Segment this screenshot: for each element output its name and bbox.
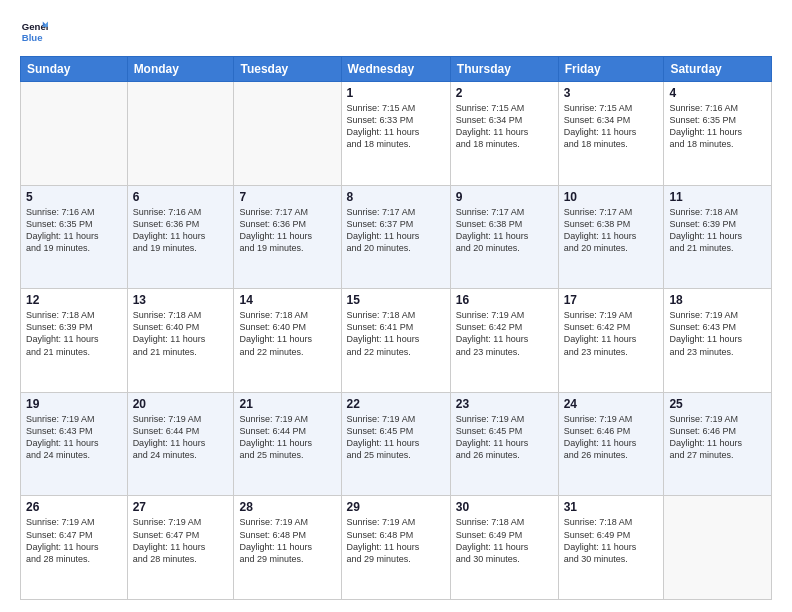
day-info: Sunrise: 7:18 AM Sunset: 6:49 PM Dayligh… (456, 516, 553, 565)
day-number: 30 (456, 500, 553, 514)
weekday-saturday: Saturday (664, 57, 772, 82)
calendar-week-3: 19Sunrise: 7:19 AM Sunset: 6:43 PM Dayli… (21, 392, 772, 496)
calendar-cell: 7Sunrise: 7:17 AM Sunset: 6:36 PM Daylig… (234, 185, 341, 289)
calendar-week-4: 26Sunrise: 7:19 AM Sunset: 6:47 PM Dayli… (21, 496, 772, 600)
logo: General Blue (20, 18, 48, 46)
day-number: 6 (133, 190, 229, 204)
day-info: Sunrise: 7:19 AM Sunset: 6:46 PM Dayligh… (669, 413, 766, 462)
calendar-cell: 11Sunrise: 7:18 AM Sunset: 6:39 PM Dayli… (664, 185, 772, 289)
calendar-cell: 14Sunrise: 7:18 AM Sunset: 6:40 PM Dayli… (234, 289, 341, 393)
calendar-table: SundayMondayTuesdayWednesdayThursdayFrid… (20, 56, 772, 600)
day-info: Sunrise: 7:19 AM Sunset: 6:47 PM Dayligh… (133, 516, 229, 565)
weekday-sunday: Sunday (21, 57, 128, 82)
weekday-friday: Friday (558, 57, 664, 82)
calendar-cell: 19Sunrise: 7:19 AM Sunset: 6:43 PM Dayli… (21, 392, 128, 496)
calendar-cell: 10Sunrise: 7:17 AM Sunset: 6:38 PM Dayli… (558, 185, 664, 289)
day-number: 7 (239, 190, 335, 204)
calendar-week-0: 1Sunrise: 7:15 AM Sunset: 6:33 PM Daylig… (21, 82, 772, 186)
calendar-cell: 25Sunrise: 7:19 AM Sunset: 6:46 PM Dayli… (664, 392, 772, 496)
day-info: Sunrise: 7:19 AM Sunset: 6:43 PM Dayligh… (669, 309, 766, 358)
day-info: Sunrise: 7:19 AM Sunset: 6:42 PM Dayligh… (456, 309, 553, 358)
day-number: 28 (239, 500, 335, 514)
day-number: 20 (133, 397, 229, 411)
day-number: 10 (564, 190, 659, 204)
calendar-cell (21, 82, 128, 186)
day-number: 16 (456, 293, 553, 307)
day-number: 19 (26, 397, 122, 411)
day-info: Sunrise: 7:17 AM Sunset: 6:37 PM Dayligh… (347, 206, 445, 255)
calendar-cell: 26Sunrise: 7:19 AM Sunset: 6:47 PM Dayli… (21, 496, 128, 600)
calendar-page: General Blue SundayMondayTuesdayWednesda… (0, 0, 792, 612)
calendar-cell: 4Sunrise: 7:16 AM Sunset: 6:35 PM Daylig… (664, 82, 772, 186)
calendar-cell: 21Sunrise: 7:19 AM Sunset: 6:44 PM Dayli… (234, 392, 341, 496)
day-number: 17 (564, 293, 659, 307)
calendar-cell (234, 82, 341, 186)
calendar-cell: 30Sunrise: 7:18 AM Sunset: 6:49 PM Dayli… (450, 496, 558, 600)
day-number: 4 (669, 86, 766, 100)
day-info: Sunrise: 7:19 AM Sunset: 6:48 PM Dayligh… (347, 516, 445, 565)
calendar-cell: 12Sunrise: 7:18 AM Sunset: 6:39 PM Dayli… (21, 289, 128, 393)
calendar-cell: 9Sunrise: 7:17 AM Sunset: 6:38 PM Daylig… (450, 185, 558, 289)
day-number: 13 (133, 293, 229, 307)
day-number: 2 (456, 86, 553, 100)
day-number: 18 (669, 293, 766, 307)
day-number: 31 (564, 500, 659, 514)
calendar-cell: 31Sunrise: 7:18 AM Sunset: 6:49 PM Dayli… (558, 496, 664, 600)
day-info: Sunrise: 7:19 AM Sunset: 6:44 PM Dayligh… (133, 413, 229, 462)
day-info: Sunrise: 7:19 AM Sunset: 6:45 PM Dayligh… (347, 413, 445, 462)
calendar-cell: 28Sunrise: 7:19 AM Sunset: 6:48 PM Dayli… (234, 496, 341, 600)
day-number: 25 (669, 397, 766, 411)
calendar-cell (664, 496, 772, 600)
day-info: Sunrise: 7:16 AM Sunset: 6:36 PM Dayligh… (133, 206, 229, 255)
day-info: Sunrise: 7:16 AM Sunset: 6:35 PM Dayligh… (26, 206, 122, 255)
calendar-cell: 23Sunrise: 7:19 AM Sunset: 6:45 PM Dayli… (450, 392, 558, 496)
calendar-cell: 1Sunrise: 7:15 AM Sunset: 6:33 PM Daylig… (341, 82, 450, 186)
calendar-cell: 3Sunrise: 7:15 AM Sunset: 6:34 PM Daylig… (558, 82, 664, 186)
day-info: Sunrise: 7:18 AM Sunset: 6:40 PM Dayligh… (133, 309, 229, 358)
logo-icon: General Blue (20, 18, 48, 46)
day-info: Sunrise: 7:16 AM Sunset: 6:35 PM Dayligh… (669, 102, 766, 151)
day-number: 11 (669, 190, 766, 204)
calendar-cell: 24Sunrise: 7:19 AM Sunset: 6:46 PM Dayli… (558, 392, 664, 496)
day-info: Sunrise: 7:18 AM Sunset: 6:41 PM Dayligh… (347, 309, 445, 358)
calendar-cell: 22Sunrise: 7:19 AM Sunset: 6:45 PM Dayli… (341, 392, 450, 496)
day-number: 9 (456, 190, 553, 204)
calendar-cell (127, 82, 234, 186)
calendar-cell: 8Sunrise: 7:17 AM Sunset: 6:37 PM Daylig… (341, 185, 450, 289)
day-info: Sunrise: 7:17 AM Sunset: 6:38 PM Dayligh… (456, 206, 553, 255)
day-info: Sunrise: 7:19 AM Sunset: 6:42 PM Dayligh… (564, 309, 659, 358)
calendar-cell: 18Sunrise: 7:19 AM Sunset: 6:43 PM Dayli… (664, 289, 772, 393)
day-info: Sunrise: 7:18 AM Sunset: 6:49 PM Dayligh… (564, 516, 659, 565)
calendar-cell: 2Sunrise: 7:15 AM Sunset: 6:34 PM Daylig… (450, 82, 558, 186)
day-number: 8 (347, 190, 445, 204)
calendar-cell: 17Sunrise: 7:19 AM Sunset: 6:42 PM Dayli… (558, 289, 664, 393)
day-number: 14 (239, 293, 335, 307)
header: General Blue (20, 18, 772, 46)
calendar-cell: 16Sunrise: 7:19 AM Sunset: 6:42 PM Dayli… (450, 289, 558, 393)
day-info: Sunrise: 7:15 AM Sunset: 6:34 PM Dayligh… (564, 102, 659, 151)
weekday-tuesday: Tuesday (234, 57, 341, 82)
weekday-monday: Monday (127, 57, 234, 82)
day-number: 23 (456, 397, 553, 411)
day-number: 12 (26, 293, 122, 307)
calendar-cell: 27Sunrise: 7:19 AM Sunset: 6:47 PM Dayli… (127, 496, 234, 600)
day-info: Sunrise: 7:17 AM Sunset: 6:36 PM Dayligh… (239, 206, 335, 255)
day-number: 22 (347, 397, 445, 411)
day-info: Sunrise: 7:15 AM Sunset: 6:33 PM Dayligh… (347, 102, 445, 151)
day-info: Sunrise: 7:19 AM Sunset: 6:45 PM Dayligh… (456, 413, 553, 462)
day-info: Sunrise: 7:15 AM Sunset: 6:34 PM Dayligh… (456, 102, 553, 151)
day-number: 3 (564, 86, 659, 100)
day-number: 29 (347, 500, 445, 514)
day-info: Sunrise: 7:17 AM Sunset: 6:38 PM Dayligh… (564, 206, 659, 255)
day-number: 27 (133, 500, 229, 514)
weekday-wednesday: Wednesday (341, 57, 450, 82)
day-number: 24 (564, 397, 659, 411)
day-number: 5 (26, 190, 122, 204)
day-number: 21 (239, 397, 335, 411)
day-info: Sunrise: 7:19 AM Sunset: 6:48 PM Dayligh… (239, 516, 335, 565)
day-number: 1 (347, 86, 445, 100)
day-info: Sunrise: 7:19 AM Sunset: 6:44 PM Dayligh… (239, 413, 335, 462)
calendar-body: 1Sunrise: 7:15 AM Sunset: 6:33 PM Daylig… (21, 82, 772, 600)
day-info: Sunrise: 7:18 AM Sunset: 6:40 PM Dayligh… (239, 309, 335, 358)
day-info: Sunrise: 7:19 AM Sunset: 6:47 PM Dayligh… (26, 516, 122, 565)
